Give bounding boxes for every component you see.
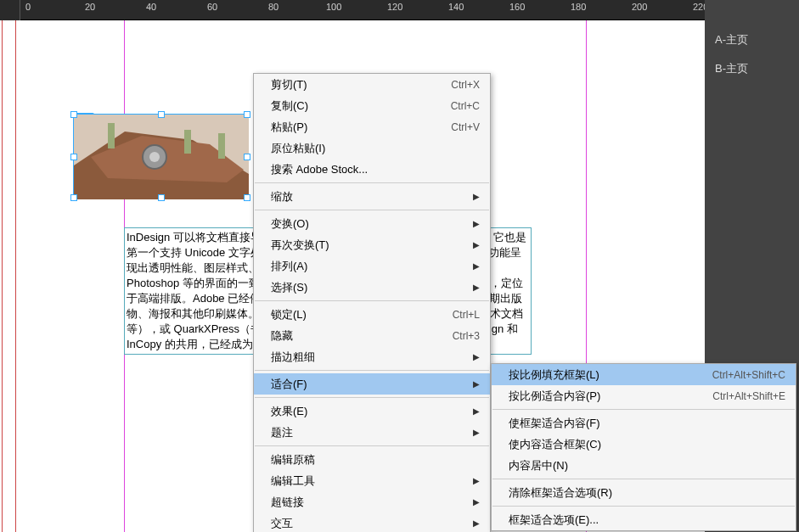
menu-search-stock[interactable]: 搜索 Adobe Stock...	[254, 159, 490, 180]
selection-handle[interactable]	[158, 194, 165, 201]
menu-captions[interactable]: 题注▶	[254, 422, 490, 443]
submenu-fill-proportionally[interactable]: 按比例填充框架(L)Ctrl+Alt+Shift+C	[492, 364, 796, 385]
menu-separator	[255, 182, 489, 183]
selection-handle[interactable]	[244, 194, 250, 201]
submenu-arrow-icon: ▶	[473, 240, 480, 249]
menu-label: 复制(C)	[271, 98, 451, 114]
ruler-num: 200	[632, 2, 647, 12]
menu-shortcut: Ctrl+Alt+Shift+C	[712, 369, 785, 381]
ruler-origin[interactable]	[0, 0, 20, 20]
submenu-arrow-icon: ▶	[473, 497, 480, 507]
menu-separator	[492, 506, 795, 507]
menu-separator	[255, 445, 489, 446]
menu-edit-original[interactable]: 编辑原稿	[254, 449, 490, 470]
submenu-frame-fit-options[interactable]: 框架适合选项(E)...	[492, 509, 796, 530]
menu-cut[interactable]: 剪切(T)Ctrl+X	[254, 74, 490, 95]
submenu-frame-fit-content[interactable]: 使框架适合内容(F)	[492, 412, 796, 434]
menu-label: 编辑工具	[271, 473, 466, 489]
menu-shortcut: Ctrl+X	[451, 79, 480, 91]
menu-label: 隐藏	[271, 328, 453, 344]
submenu-arrow-icon: ▶	[473, 518, 480, 528]
menu-label: 使框架适合内容(F)	[509, 416, 785, 431]
bleed-guide	[15, 20, 16, 532]
menu-lock[interactable]: 锁定(L)Ctrl+L	[254, 304, 490, 325]
placed-graphic	[74, 115, 249, 199]
menu-shortcut: Ctrl+3	[453, 330, 480, 342]
submenu-arrow-icon: ▶	[473, 283, 480, 292]
menu-label: 原位粘贴(I)	[271, 141, 480, 156]
menu-fitting[interactable]: 适合(F)▶	[254, 373, 490, 395]
menu-interactive[interactable]: 交互▶	[254, 512, 490, 532]
menu-label: 按比例填充框架(L)	[509, 367, 712, 383]
menu-hide[interactable]: 隐藏Ctrl+3	[254, 325, 490, 346]
master-page-b[interactable]: B-主页	[705, 54, 799, 83]
selected-image-frame[interactable]	[73, 114, 248, 199]
menu-hyperlinks[interactable]: 超链接▶	[254, 491, 490, 512]
submenu-center-content[interactable]: 内容居中(N)	[492, 455, 796, 476]
ruler-num: 20	[85, 2, 95, 12]
menu-label: 排列(A)	[271, 259, 466, 274]
menu-label: 缩放	[271, 189, 466, 204]
menu-arrange[interactable]: 排列(A)▶	[254, 255, 490, 277]
ruler-num: 180	[571, 2, 586, 12]
menu-separator	[492, 409, 795, 410]
ruler-num: 120	[387, 2, 402, 12]
submenu-arrow-icon: ▶	[473, 352, 480, 361]
selection-handle[interactable]	[244, 154, 250, 160]
menu-label: 适合(F)	[271, 377, 466, 392]
menu-effects[interactable]: 效果(E)▶	[254, 400, 490, 422]
menu-stroke-weight[interactable]: 描边粗细▶	[254, 346, 490, 367]
horizontal-ruler: 0 20 40 60 80 100 120 140 160 180 200 22…	[0, 0, 799, 20]
submenu-content-fit-frame[interactable]: 使内容适合框架(C)	[492, 434, 796, 455]
submenu-arrow-icon: ▶	[473, 219, 480, 228]
menu-separator	[255, 210, 489, 210]
bleed-guide	[2, 20, 3, 532]
menu-separator	[492, 479, 795, 479]
svg-rect-7	[218, 133, 225, 159]
ruler-num: 0	[25, 2, 31, 12]
ruler-num: 160	[509, 2, 525, 12]
context-menu[interactable]: 剪切(T)Ctrl+X 复制(C)Ctrl+C 粘贴(P)Ctrl+V 原位粘贴…	[253, 73, 491, 532]
menu-paste[interactable]: 粘贴(P)Ctrl+V	[254, 116, 490, 137]
menu-label: 选择(S)	[271, 280, 466, 295]
menu-transform-again[interactable]: 再次变换(T)▶	[254, 234, 490, 255]
menu-zoom[interactable]: 缩放▶	[254, 186, 490, 207]
menu-label: 内容居中(N)	[509, 458, 785, 473]
svg-rect-5	[108, 123, 115, 148]
menu-separator	[255, 397, 489, 398]
menu-label: 效果(E)	[271, 404, 466, 419]
selection-handle[interactable]	[70, 154, 77, 160]
ruler-num: 60	[207, 2, 217, 12]
submenu-arrow-icon: ▶	[473, 192, 480, 201]
menu-shortcut: Ctrl+Alt+Shift+E	[712, 390, 785, 402]
selection-handle[interactable]	[158, 111, 165, 118]
menu-label: 再次变换(T)	[271, 238, 466, 253]
menu-label: 按比例适合内容(P)	[509, 389, 712, 404]
submenu-arrow-icon: ▶	[473, 261, 480, 271]
menu-shortcut: Ctrl+C	[451, 100, 480, 112]
selection-handle[interactable]	[70, 194, 77, 201]
submenu-fit-proportionally[interactable]: 按比例适合内容(P)Ctrl+Alt+Shift+E	[492, 385, 796, 406]
selection-handle[interactable]	[70, 111, 77, 118]
submenu-arrow-icon: ▶	[473, 476, 480, 485]
menu-paste-in-place[interactable]: 原位粘贴(I)	[254, 137, 490, 159]
master-page-a[interactable]: A-主页	[705, 25, 799, 54]
ruler-num: 140	[448, 2, 464, 12]
menu-separator	[255, 370, 489, 371]
menu-copy[interactable]: 复制(C)Ctrl+C	[254, 95, 490, 116]
submenu-clear-fit[interactable]: 清除框架适合选项(R)	[492, 482, 796, 503]
submenu-arrow-icon: ▶	[473, 428, 480, 437]
menu-transform[interactable]: 变换(O)▶	[254, 213, 490, 234]
menu-select[interactable]: 选择(S)▶	[254, 277, 490, 298]
submenu-arrow-icon: ▶	[473, 406, 480, 416]
menu-label: 描边粗细	[271, 350, 466, 365]
menu-label: 锁定(L)	[271, 307, 453, 322]
menu-label: 框架适合选项(E)...	[509, 512, 785, 528]
ruler-num: 100	[326, 2, 341, 12]
selection-handle[interactable]	[244, 111, 250, 118]
menu-edit-tools[interactable]: 编辑工具▶	[254, 470, 490, 491]
menu-label: 搜索 Adobe Stock...	[271, 162, 480, 177]
menu-shortcut: Ctrl+V	[451, 121, 480, 133]
fitting-submenu[interactable]: 按比例填充框架(L)Ctrl+Alt+Shift+C 按比例适合内容(P)Ctr…	[491, 363, 796, 531]
ruler-marks: 0 20 40 60 80 100 120 140 160 180 200 22…	[20, 0, 799, 20]
